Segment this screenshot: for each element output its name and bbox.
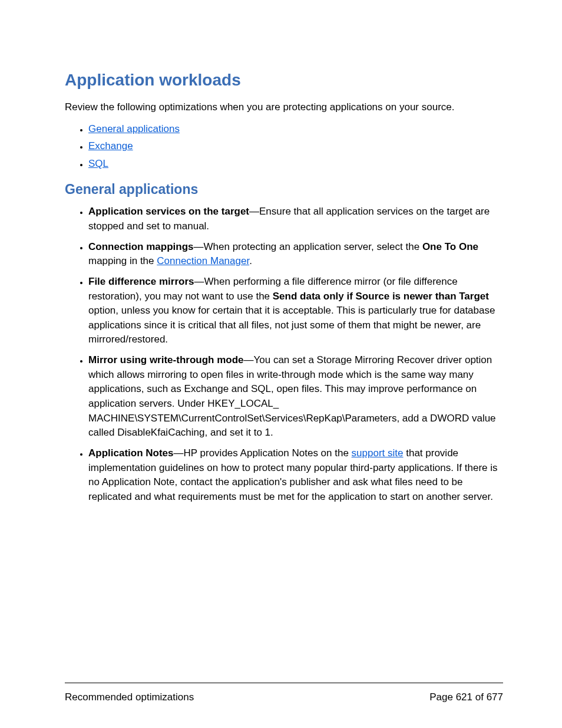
detail-term: Application Notes — [88, 447, 174, 459]
page-title: Application workloads — [65, 71, 503, 90]
detail-text: —HP provides Application Notes on the — [174, 447, 352, 459]
detail-text: mapping in the — [88, 255, 157, 266]
page-footer: Recommended optimizations Page 621 of 67… — [65, 683, 503, 703]
detail-bold-inline: One To One — [422, 241, 478, 252]
footer-section-label: Recommended optimizations — [65, 691, 194, 703]
detail-item-file-diff: File difference mirrors—When performing … — [88, 275, 503, 347]
details-list: Application services on the target—Ensur… — [65, 205, 503, 504]
detail-term: File difference mirrors — [88, 276, 194, 287]
toc-item: SQL — [88, 156, 503, 172]
support-site-link[interactable]: support site — [352, 447, 404, 459]
detail-item-connection-mappings: Connection mappings—When protecting an a… — [88, 240, 503, 269]
detail-term: Mirror using write-through mode — [88, 354, 244, 365]
toc-link-general[interactable]: General applications — [88, 123, 180, 134]
detail-item-app-notes: Application Notes—HP provides Applicatio… — [88, 446, 503, 505]
detail-item-app-services: Application services on the target—Ensur… — [88, 205, 503, 233]
detail-text: . — [249, 255, 252, 266]
intro-text: Review the following optimizations when … — [65, 100, 503, 114]
connection-manager-link[interactable]: Connection Manager — [157, 255, 249, 266]
footer-page-number: Page 621 of 677 — [429, 691, 503, 703]
detail-bold-inline: Send data only if Source is newer than T… — [273, 291, 489, 302]
detail-text: —You can set a Storage Mirroring Recover… — [88, 354, 496, 438]
toc-item: Exchange — [88, 139, 503, 154]
toc-list: General applications Exchange SQL — [65, 121, 503, 172]
toc-item: General applications — [88, 121, 503, 137]
toc-link-sql[interactable]: SQL — [88, 158, 108, 169]
section-heading: General applications — [65, 182, 503, 197]
detail-item-mirror-write: Mirror using write-through mode—You can … — [88, 353, 503, 440]
detail-text: option, unless you know for certain that… — [88, 305, 495, 345]
detail-term: Connection mappings — [88, 241, 194, 252]
detail-term: Application services on the target — [88, 206, 249, 217]
detail-text: —When protecting an application server, … — [194, 241, 422, 252]
document-page: Application workloads Review the followi… — [0, 0, 562, 728]
toc-link-exchange[interactable]: Exchange — [88, 140, 133, 151]
